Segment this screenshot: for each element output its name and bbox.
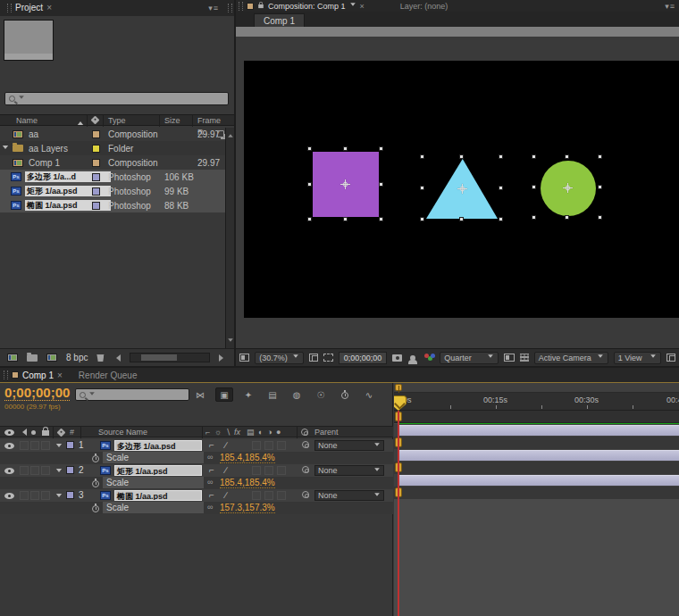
fx-column[interactable]: fx <box>234 427 240 438</box>
time-ruler[interactable]: 0s 00:15s 00:30s 00:4 <box>394 393 679 411</box>
selection-handle[interactable] <box>499 154 503 159</box>
column-name[interactable]: Name <box>16 115 38 127</box>
column-size[interactable]: Size <box>164 115 180 127</box>
audio-toggle[interactable] <box>20 466 29 475</box>
selection-handle[interactable] <box>379 146 383 151</box>
eye-icon[interactable] <box>4 493 14 499</box>
label-color-chip[interactable] <box>92 145 100 153</box>
layer-row-3[interactable]: 3 Ps 椭圆 1/aa.psd ⌐ ∕ None <box>0 489 393 502</box>
layer-row-1[interactable]: 1 Ps 多边形 1/aa.psd ⌐ ∕ None <box>0 439 393 452</box>
selection-handle[interactable] <box>598 185 602 189</box>
layer-duration-bar[interactable] <box>398 450 679 461</box>
scroll-up-icon[interactable] <box>228 131 233 137</box>
scale-row-1[interactable]: Scale ∞ 185.4,185.4% <box>0 452 393 464</box>
brainstorm-icon[interactable]: ☉ <box>312 387 330 402</box>
disclosure-open-icon[interactable] <box>56 444 62 450</box>
selection-handle[interactable] <box>307 146 312 151</box>
pickwhip-icon[interactable] <box>302 466 309 473</box>
selection-handle[interactable] <box>307 182 312 187</box>
motion-blur-icon[interactable]: ◍ <box>288 387 306 402</box>
selection-handle[interactable] <box>499 217 503 221</box>
threed-switch[interactable] <box>277 491 286 500</box>
current-time-indicator-head[interactable] <box>394 395 407 411</box>
selection-handle[interactable] <box>532 215 536 220</box>
video-column-eye-icon[interactable] <box>4 429 14 436</box>
project-row-psd-ellipse[interactable]: Ps 椭圆 1/aa.psd Photoshop 88 KB <box>0 198 225 212</box>
panel-grip-icon[interactable] <box>239 2 243 11</box>
tab-timeline-comp1[interactable]: Comp 1 <box>22 370 54 380</box>
current-timecode[interactable]: 0;00;00;00 <box>4 386 70 401</box>
audio-toggle[interactable] <box>20 441 29 450</box>
constrain-link-icon[interactable]: ∞ <box>207 478 213 487</box>
constrain-link-icon[interactable]: ∞ <box>207 503 213 512</box>
selection-handle[interactable] <box>379 217 383 221</box>
label-color-chip[interactable] <box>92 187 100 196</box>
track-layer-2[interactable] <box>394 449 679 462</box>
hide-shy-layers-icon[interactable]: ✦ <box>239 387 257 402</box>
audio-toggle[interactable] <box>20 491 29 500</box>
navigator-start-handle[interactable] <box>395 384 402 391</box>
track-layer-3[interactable] <box>394 474 679 487</box>
layer-duration-bar[interactable] <box>398 475 679 486</box>
shy-switch[interactable]: ⌐ <box>209 490 214 500</box>
sort-ascending-icon[interactable] <box>78 119 83 125</box>
safe-margins-icon[interactable] <box>309 354 318 362</box>
lock-toggle[interactable] <box>41 466 50 475</box>
track-scale-1[interactable] <box>394 437 679 449</box>
auto-keyframe-icon[interactable] <box>336 387 354 402</box>
effect-switch[interactable] <box>252 491 261 500</box>
tab-composition-comp1[interactable]: Composition: Comp 1 <box>268 2 346 11</box>
label-color-chip[interactable] <box>92 130 100 138</box>
snapshot-camera-icon[interactable] <box>392 354 402 362</box>
solo-toggle[interactable] <box>30 441 39 450</box>
view-layout-dropdown[interactable]: 1 View <box>614 352 661 364</box>
quality-switch[interactable]: ∕ <box>225 440 227 450</box>
layer-name[interactable]: 多边形 1/aa.psd <box>114 440 202 451</box>
bit-depth-button[interactable]: 8 bpc <box>66 353 88 362</box>
layer-label-chip[interactable] <box>66 491 74 499</box>
trash-icon[interactable] <box>96 354 104 362</box>
index-column[interactable]: # <box>70 427 74 438</box>
always-preview-icon[interactable] <box>239 354 249 362</box>
pickwhip-icon[interactable] <box>302 441 309 448</box>
shy-switch[interactable]: ⌐ <box>209 440 214 450</box>
scroll-right-icon[interactable] <box>219 354 227 362</box>
panel-grip-icon[interactable] <box>7 4 12 12</box>
label-color-chip[interactable] <box>92 173 100 181</box>
selection-handle[interactable] <box>420 186 424 190</box>
lock-column-icon[interactable] <box>42 430 49 436</box>
show-snapshot-icon[interactable] <box>410 355 415 361</box>
scale-value[interactable]: 157.3,157.3% <box>220 503 275 513</box>
active-camera-dropdown[interactable]: Active Camera <box>534 352 608 364</box>
label-column-tag-icon[interactable] <box>57 429 66 437</box>
circle-anchor-point-icon[interactable] <box>563 183 573 193</box>
lock-toggle[interactable] <box>41 441 50 450</box>
tab-timeline-close-icon[interactable]: × <box>57 370 63 380</box>
scale-value[interactable]: 185.4,185.4% <box>220 453 275 463</box>
switches-columns-2[interactable]: ▤ ◐ ◑ ● <box>247 427 281 438</box>
selection-handle[interactable] <box>532 185 536 189</box>
time-navigator-bar[interactable] <box>394 383 679 393</box>
channel-rgb-icon[interactable] <box>424 354 434 362</box>
magnification-dropdown[interactable]: (30.7%) <box>255 352 304 364</box>
tab-project[interactable]: Project <box>15 0 43 16</box>
disclosure-open-icon[interactable] <box>3 145 8 151</box>
mini-flowchart-icon[interactable]: ⋈ <box>191 387 209 402</box>
property-name[interactable]: Scale <box>103 452 204 463</box>
property-name[interactable]: Scale <box>103 477 204 488</box>
label-color-chip[interactable] <box>92 159 100 167</box>
track-layer-1[interactable] <box>394 424 679 437</box>
selection-handle[interactable] <box>459 217 464 221</box>
eye-icon[interactable] <box>4 443 14 449</box>
layer-duration-bar[interactable] <box>398 425 679 436</box>
layer-row-2[interactable]: 2 Ps 矩形 1/aa.psd ⌐ ∕ None <box>0 464 393 477</box>
comp-timecode[interactable]: 0;00;00;00 <box>339 352 388 364</box>
selection-handle[interactable] <box>379 182 383 187</box>
selection-handle[interactable] <box>343 217 348 221</box>
solo-toggle[interactable] <box>30 491 39 500</box>
selection-handle[interactable] <box>420 154 424 159</box>
draft-3d-icon[interactable]: ▣ <box>215 387 233 402</box>
track-scale-2[interactable] <box>394 462 679 474</box>
layer-label-chip[interactable] <box>66 466 74 474</box>
effect-switch[interactable] <box>252 441 261 450</box>
